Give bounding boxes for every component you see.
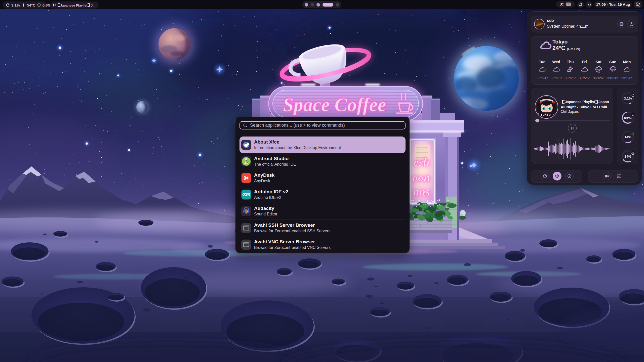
svg-text:█ TOKYO L▌: █ TOKYO L▌ <box>537 113 557 117</box>
svg-text:oon: oon <box>412 171 431 184</box>
svg-text:Space Coffee: Space Coffee <box>283 94 386 115</box>
svg-text:esh: esh <box>413 155 430 168</box>
svg-text:ans: ans <box>413 185 430 198</box>
